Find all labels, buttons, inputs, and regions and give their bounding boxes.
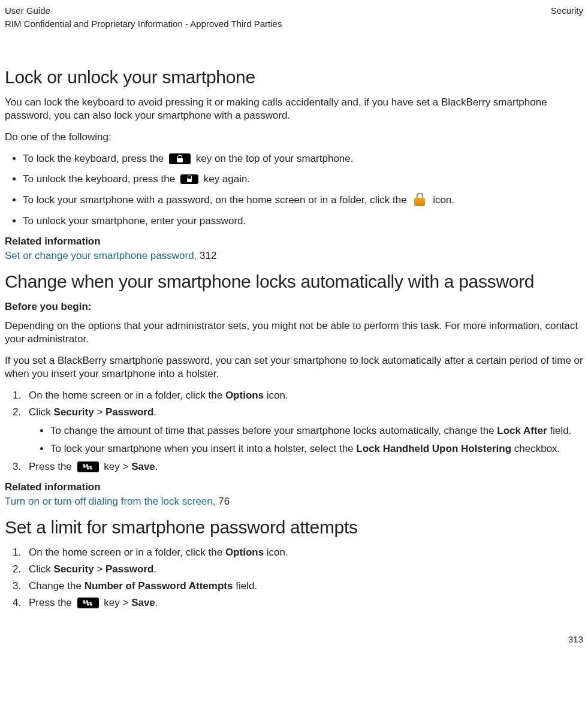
- text: Options: [225, 547, 264, 558]
- header-sub: RIM Confidential and Proprietary Informa…: [5, 18, 583, 30]
- auto-lock-intro: If you set a BlackBerry smartphone passw…: [5, 354, 583, 381]
- related-link-row: Turn on or turn off dialing from the loc…: [5, 495, 583, 508]
- auto-lock-sub-bullets: To change the amount of time that passes…: [29, 424, 583, 455]
- list-item: To lock your smartphone with a password,…: [23, 193, 583, 207]
- svg-point-13: [90, 604, 92, 606]
- blackberry-key-icon: [77, 461, 99, 472]
- text: checkbox.: [511, 443, 560, 454]
- text: Save: [131, 597, 155, 608]
- text: key again.: [204, 173, 251, 185]
- text: Click: [29, 406, 54, 418]
- text: .: [153, 563, 156, 575]
- text: >: [94, 563, 105, 575]
- related-info-heading: Related information: [5, 235, 583, 248]
- lock-key-icon: [169, 153, 191, 164]
- list-item: To unlock your smartphone, enter your pa…: [23, 215, 583, 228]
- svg-point-10: [86, 602, 89, 604]
- list-item: On the home screen or in a folder, click…: [24, 389, 583, 402]
- text: key >: [104, 461, 131, 472]
- text: Change the: [29, 580, 85, 592]
- text: Options: [225, 390, 264, 401]
- auto-lock-steps: On the home screen or in a folder, click…: [5, 389, 583, 473]
- text: key >: [104, 597, 131, 608]
- text: Lock After: [497, 425, 547, 436]
- list-item: To lock the keyboard, press the key on t…: [23, 152, 583, 165]
- related-link[interactable]: Turn on or turn off dialing from the loc…: [5, 496, 218, 507]
- heading-password-attempts: Set a limit for smartphone password atte…: [5, 515, 583, 539]
- text: Password: [105, 406, 153, 418]
- lock-unlock-bullets: To lock the keyboard, press the key on t…: [5, 152, 583, 227]
- heading-auto-lock: Change when your smartphone locks automa…: [5, 270, 583, 293]
- blackberry-key-icon: [77, 598, 99, 608]
- list-item: Click Security > Password. To change the…: [24, 406, 583, 455]
- text: Save: [131, 461, 155, 472]
- list-item: Click Security > Password.: [24, 563, 583, 576]
- page-header: User Guide Security: [5, 5, 583, 17]
- header-right: Security: [551, 5, 583, 17]
- list-item: On the home screen or in a folder, click…: [24, 546, 583, 559]
- text: To lock your smartphone with a password,…: [23, 194, 409, 206]
- list-item: To unlock the keyboard, press the key ag…: [23, 173, 583, 186]
- svg-point-1: [86, 464, 88, 466]
- text: icon.: [433, 194, 454, 206]
- header-left: User Guide: [5, 5, 50, 17]
- svg-point-9: [83, 602, 86, 604]
- text: Press the: [29, 597, 75, 608]
- text: Number of Password Attempts: [85, 580, 233, 592]
- text: To unlock the keyboard, press the: [23, 173, 178, 185]
- heading-lock-unlock: Lock or unlock your smartphone: [5, 65, 583, 89]
- list-item: Press the key > Save.: [24, 596, 583, 610]
- text: .: [153, 406, 156, 418]
- text: To lock your smartphone when you insert …: [50, 443, 356, 454]
- intro-text: You can lock the keyboard to avoid press…: [5, 96, 583, 122]
- text: Click: [29, 563, 54, 575]
- text: icon.: [264, 547, 288, 558]
- svg-point-7: [83, 601, 85, 602]
- related-page: 76: [218, 496, 230, 507]
- text: To change the amount of time that passes…: [50, 425, 497, 436]
- list-item: To lock your smartphone when you insert …: [50, 442, 583, 455]
- list-item: Press the key > Save.: [24, 460, 583, 473]
- text: icon.: [264, 390, 288, 401]
- svg-point-6: [90, 467, 92, 469]
- text: field.: [233, 580, 257, 592]
- svg-point-0: [83, 464, 85, 466]
- text: To lock the keyboard, press the: [23, 153, 167, 164]
- text: .: [155, 597, 158, 608]
- before-you-begin: Before you begin:: [5, 300, 583, 313]
- text: key on the top of your smartphone.: [196, 153, 354, 164]
- text: On the home screen or in a folder, click…: [29, 547, 225, 558]
- lock-key-icon: [180, 174, 198, 184]
- text: >: [94, 406, 105, 418]
- text: .: [155, 461, 158, 472]
- svg-point-4: [89, 466, 92, 467]
- list-item: Change the Number of Password Attempts f…: [24, 580, 583, 593]
- page-number: 313: [5, 634, 583, 645]
- svg-point-2: [83, 466, 86, 467]
- text: Press the: [29, 461, 75, 472]
- svg-point-11: [89, 602, 92, 604]
- related-info-heading: Related information: [5, 481, 583, 494]
- text: Lock Handheld Upon Holstering: [356, 443, 511, 454]
- text: Password: [105, 563, 153, 575]
- related-page: 312: [200, 250, 216, 261]
- text: On the home screen or in a folder, click…: [29, 390, 225, 401]
- text: Security: [54, 406, 94, 418]
- related-link[interactable]: Set or change your smartphone password,: [5, 250, 200, 261]
- svg-point-5: [87, 467, 89, 469]
- svg-point-8: [86, 601, 88, 602]
- password-attempts-steps: On the home screen or in a folder, click…: [5, 546, 583, 610]
- related-link-row: Set or change your smartphone password, …: [5, 249, 583, 263]
- admin-note: Depending on the options that your admin…: [5, 319, 583, 346]
- svg-point-3: [86, 466, 89, 467]
- svg-point-12: [87, 604, 89, 606]
- text: Security: [54, 563, 94, 575]
- lock-icon: [413, 193, 426, 206]
- text: field.: [547, 425, 572, 436]
- list-item: To change the amount of time that passes…: [50, 424, 583, 438]
- do-one-text: Do one of the following:: [5, 131, 583, 144]
